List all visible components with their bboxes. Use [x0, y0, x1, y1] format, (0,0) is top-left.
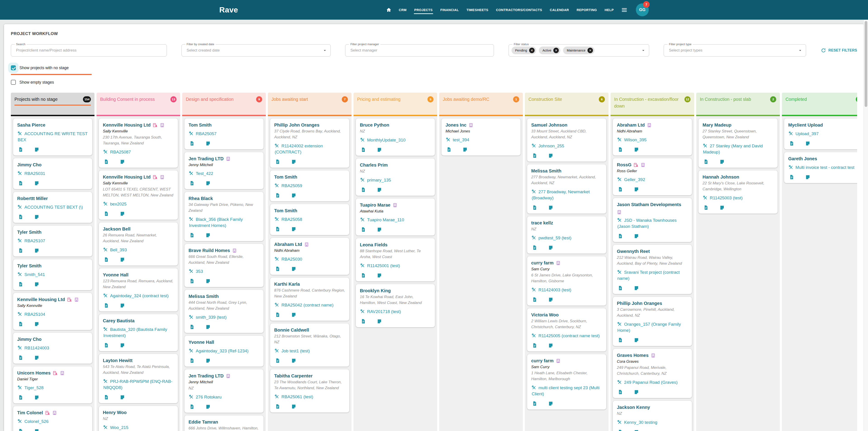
checkbox-unchecked-icon[interactable]: [11, 80, 16, 85]
note-icon[interactable]: [377, 147, 382, 152]
hamburger-menu-icon[interactable]: [621, 6, 628, 13]
search-input[interactable]: Search Project/client name/Project addre…: [11, 44, 167, 57]
stage-column-header[interactable]: Jobs awaiting start7: [268, 93, 351, 116]
project-link[interactable]: Smith_541: [17, 271, 88, 278]
page-scrollbar[interactable]: [864, 20, 868, 431]
document-icon[interactable]: [275, 266, 280, 271]
project-link[interactable]: RBA25087: [103, 149, 174, 155]
note-icon[interactable]: [719, 159, 725, 164]
project-link[interactable]: test_394: [445, 137, 517, 143]
project-link[interactable]: Sravani Test project (contract name): [617, 269, 688, 281]
document-icon[interactable]: [189, 233, 195, 238]
document-icon[interactable]: [104, 257, 109, 262]
note-icon[interactable]: [548, 401, 553, 406]
project-link[interactable]: multi client testing sept 23 (Multi Clie…: [531, 385, 602, 397]
project-card[interactable]: Phillip John Oranges37 Clyde Road, Brown…: [270, 118, 349, 168]
project-card[interactable]: Abraham LtdNidhi AbrahamRBA25030: [270, 238, 349, 275]
document-icon[interactable]: [275, 404, 280, 409]
note-icon[interactable]: [291, 404, 296, 409]
document-icon[interactable]: [618, 429, 623, 431]
note-icon[interactable]: [206, 278, 211, 284]
note-icon[interactable]: [120, 343, 125, 348]
nav-item-contractors-contacts[interactable]: CONTRACTORS/CONTACTS: [495, 6, 542, 14]
note-icon[interactable]: [634, 285, 639, 291]
note-icon[interactable]: [805, 141, 810, 146]
project-card[interactable]: Rhea Black34 Gateway Park Drive, Pōkeno,…: [184, 192, 264, 241]
note-icon[interactable]: [634, 234, 639, 239]
note-icon[interactable]: [291, 226, 296, 232]
project-link[interactable]: Againtoday_323 (Ref-1234): [188, 348, 259, 354]
document-icon[interactable]: [18, 248, 23, 253]
project-type-select[interactable]: Filter project type Select project types: [664, 44, 806, 57]
chip-remove-icon[interactable]: ✕: [529, 48, 535, 53]
document-icon[interactable]: [618, 147, 623, 152]
document-icon[interactable]: [189, 278, 195, 284]
project-card[interactable]: Tuapiro MaraeAtawhai KutiaTuapiro Marae_…: [356, 198, 435, 236]
project-card[interactable]: Tim ColonelColonel_526: [13, 406, 92, 431]
scrollbar-thumb[interactable]: [865, 21, 867, 107]
project-link[interactable]: Againtoday_324 (contract test): [103, 293, 174, 299]
project-link[interactable]: Black_356 (Black Family Investment Homes…: [188, 216, 259, 228]
project-link[interactable]: 353: [188, 268, 259, 274]
project-link[interactable]: Geller_392: [617, 177, 688, 183]
document-icon[interactable]: [189, 141, 195, 146]
project-card[interactable]: Charles PrimNZprimary_135: [356, 158, 435, 196]
document-icon[interactable]: [275, 358, 280, 363]
note-icon[interactable]: [634, 337, 639, 343]
project-card[interactable]: Eddie Tamran666 Johns Drive, Willmshaven…: [184, 415, 264, 431]
project-card[interactable]: trace kellzNZpwdtest_59 (test): [527, 216, 606, 254]
document-icon[interactable]: [18, 282, 23, 287]
project-link[interactable]: Colonel_526: [17, 418, 88, 425]
project-link[interactable]: bex2025: [103, 201, 174, 207]
note-icon[interactable]: [291, 358, 296, 363]
project-card[interactable]: Bonnie Caldwell212 Brownston Street, Wān…: [270, 324, 349, 367]
project-card[interactable]: Brave Ruild Homes666 Great South Road, E…: [184, 244, 264, 287]
note-icon[interactable]: [206, 181, 211, 186]
note-icon[interactable]: [34, 429, 39, 431]
project-link[interactable]: 249 Papanui Road (Graves): [617, 379, 688, 386]
document-icon[interactable]: [18, 429, 23, 431]
project-card[interactable]: Brooklyn King16 Te Kowhai Road, East Joh…: [356, 284, 435, 327]
project-card[interactable]: Melissa Smith277 Broadway, Newmarket, Au…: [527, 164, 606, 214]
note-icon[interactable]: [377, 227, 382, 232]
toggle-show-no-stage[interactable]: Show projects with no stage: [11, 63, 857, 72]
note-icon[interactable]: [377, 273, 382, 278]
note-icon[interactable]: [291, 193, 296, 198]
project-card[interactable]: Kennville Housing LtdSally KennvilleLOT …: [99, 171, 178, 220]
project-link[interactable]: R11424003 (test): [531, 287, 602, 293]
document-icon[interactable]: [361, 187, 366, 192]
note-icon[interactable]: [805, 175, 810, 180]
project-card[interactable]: Karthi Karla876 Cashmere Road, Canterbur…: [270, 278, 349, 321]
project-link[interactable]: JSD - Wanaka Townhouses (Jason Statham): [617, 217, 688, 229]
note-icon[interactable]: [120, 159, 125, 164]
project-card[interactable]: Tom SmithRBA25057: [184, 118, 264, 149]
document-icon[interactable]: [189, 404, 195, 409]
project-link[interactable]: Wilson_395: [617, 137, 688, 143]
project-card[interactable]: Jason Statham DevelopmentsJSD - Wanaka T…: [613, 198, 692, 242]
document-icon[interactable]: [361, 319, 366, 324]
user-avatar[interactable]: GG 7: [636, 3, 649, 16]
document-icon[interactable]: [18, 355, 23, 360]
project-link[interactable]: RBA25104: [17, 311, 88, 317]
project-link[interactable]: ACCOUNTING TEST BEXT (\): [17, 204, 88, 210]
project-link[interactable]: Kenny_30 testing: [617, 419, 688, 425]
document-icon[interactable]: [18, 147, 23, 152]
document-icon[interactable]: [704, 159, 709, 164]
project-link[interactable]: RAV201718 (test): [360, 308, 431, 315]
note-icon[interactable]: [34, 214, 39, 219]
project-card[interactable]: Tyler SmithRBA25107: [13, 225, 92, 256]
project-card[interactable]: Kennville Housing LtdSally KennvilleRBA2…: [13, 293, 92, 330]
document-icon[interactable]: [104, 303, 109, 308]
project-card[interactable]: Leona Fields88 Stanhope Road, West Luthe…: [356, 238, 435, 281]
document-icon[interactable]: [704, 205, 709, 210]
document-icon[interactable]: [104, 343, 109, 348]
project-card[interactable]: RossGRoss GellerGeller_392: [613, 158, 692, 195]
document-icon[interactable]: [275, 226, 280, 232]
nav-item-timesheets[interactable]: TIMESHEETS: [466, 6, 489, 14]
project-link[interactable]: Bell_393: [103, 247, 174, 253]
stage-column-header[interactable]: In Construction - post slab2: [696, 93, 780, 116]
note-icon[interactable]: [548, 205, 553, 210]
document-icon[interactable]: [275, 193, 280, 198]
note-icon[interactable]: [291, 159, 296, 164]
project-link[interactable]: Woo_215: [103, 425, 174, 431]
